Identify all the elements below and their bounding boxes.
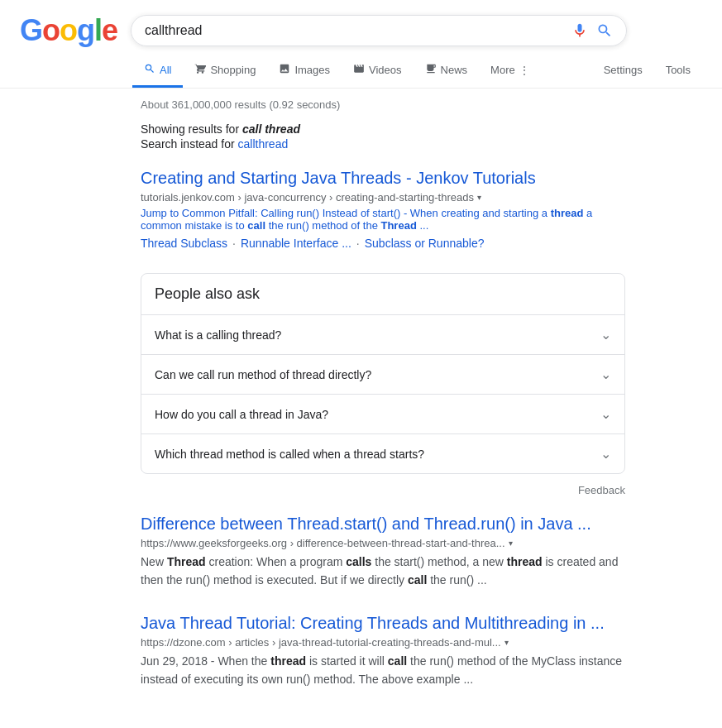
paa-chevron-3: ⌄ [600,406,611,422]
search-button[interactable] [596,22,613,39]
nav-tabs: All Shopping Images Videos News More ⋮ S… [0,55,722,89]
result-breadcrumb-1: tutorials.jenkov.com › java-concurrency … [141,191,474,204]
images-icon [279,63,290,77]
tab-more-label: More [490,64,515,76]
jump-label: Jump to [141,207,182,219]
search-bar-wrapper: callthread [131,15,627,46]
paa-title: People also ask [141,274,624,314]
paa-chevron-4: ⌄ [600,446,611,462]
tab-videos[interactable]: Videos [342,55,414,88]
search-instead: Search instead for callthread [141,137,625,151]
more-chevron-icon: ⋮ [519,65,529,76]
results-area: About 361,000,000 results (0.92 seconds)… [0,89,645,728]
tab-shopping-label: Shopping [210,64,256,76]
search-instead-text: Search instead for [141,137,238,151]
paa-question-1: What is a calling thread? [155,328,281,342]
feedback-row[interactable]: Feedback [141,484,625,496]
tab-images[interactable]: Images [267,55,342,88]
result-title-2: Difference between Thread.start() and Th… [141,513,625,534]
people-also-ask-box: People also ask What is a calling thread… [141,273,625,474]
jump-anchor[interactable]: Common Pitfall: Calling run() Instead of… [182,207,400,219]
result-snippet-2: New Thread creation: When a program call… [141,553,625,589]
showing-results: Showing results for call thread [141,122,625,136]
tab-images-label: Images [294,64,330,76]
result-item-1: Creating and Starting Java Threads - Jen… [141,167,625,250]
all-icon [144,63,155,77]
tab-news-label: News [441,64,468,76]
paa-chevron-2: ⌄ [600,366,611,382]
paa-question-2: Can we call run method of thread directl… [155,368,371,381]
tab-tools-label: Tools [666,64,691,76]
tab-tools[interactable]: Tools [654,55,702,87]
sub-link-1: Thread Subclass [141,237,227,250]
result-url-caret-1[interactable]: ▾ [477,193,481,202]
paa-item-1[interactable]: What is a calling thread? ⌄ [141,314,624,354]
header: Google callthread [0,0,722,48]
logo-letter-g2: g [77,13,94,47]
paa-question-3: How do you call a thread in Java? [155,408,328,421]
paa-chevron-1: ⌄ [600,327,611,342]
sub-link-3: Subclass or Runnable? [365,237,485,250]
sub-link-sep-1: · [232,237,236,250]
result-item-3: Java Thread Tutorial: Creating Threads a… [141,612,625,688]
result-link-1[interactable]: Creating and Starting Java Threads - Jen… [141,169,536,187]
result-breadcrumb-2: https://www.geeksforgeeks.org › differen… [141,537,505,549]
sub-link-2: Runnable Interface ... [241,237,351,250]
logo-letter-g: G [20,13,42,47]
tab-news[interactable]: News [414,55,480,88]
microphone-button[interactable] [571,22,588,39]
tab-videos-label: Videos [369,64,402,76]
news-icon [425,63,437,77]
result-url-caret-2[interactable]: ▾ [509,539,513,548]
search-input[interactable]: callthread [145,23,563,38]
logo-letter-l: l [94,13,102,47]
logo-letter-o1: o [42,13,60,47]
result-link-3[interactable]: Java Thread Tutorial: Creating Threads a… [141,614,605,632]
result-url-2: https://www.geeksforgeeks.org › differen… [141,537,625,549]
result-url-1: tutorials.jenkov.com › java-concurrency … [141,191,625,204]
jump-links-1: Jump to Common Pitfall: Calling run() In… [141,207,625,232]
tab-all-label: All [160,64,171,76]
sub-links-1: Thread Subclass · Runnable Interface ...… [141,237,625,250]
result-title-3: Java Thread Tutorial: Creating Threads a… [141,612,625,634]
tab-shopping[interactable]: Shopping [183,55,267,88]
paa-item-4[interactable]: Which thread method is called when a thr… [141,433,624,473]
logo-letter-e: e [102,13,117,47]
result-snippet-3: Jun 29, 2018 - When the thread is starte… [141,652,625,688]
search-instead-link[interactable]: callthread [238,137,289,151]
tab-settings-label: Settings [604,64,643,76]
result-title-1: Creating and Starting Java Threads - Jen… [141,167,625,189]
result-breadcrumb-3: https://dzone.com › articles › java-thre… [141,636,501,649]
result-url-3: https://dzone.com › articles › java-thre… [141,636,625,649]
result-item-2: Difference between Thread.start() and Th… [141,513,625,589]
showing-text: Showing results for [141,122,242,136]
result-url-caret-3[interactable]: ▾ [504,638,509,647]
showing-bold: call thread [242,122,300,136]
shopping-icon [194,63,206,77]
paa-item-2[interactable]: Can we call run method of thread directl… [141,354,624,394]
paa-item-3[interactable]: How do you call a thread in Java? ⌄ [141,394,624,433]
logo-letter-o2: o [60,13,77,47]
result-link-2[interactable]: Difference between Thread.start() and Th… [141,515,591,533]
sub-link-sep-2: · [356,237,360,250]
tab-all[interactable]: All [132,55,183,88]
tab-settings[interactable]: Settings [592,55,654,87]
paa-question-4: Which thread method is called when a thr… [155,448,424,461]
google-logo[interactable]: Google [20,13,117,48]
result-stats: About 361,000,000 results (0.92 seconds) [141,98,625,111]
videos-icon [353,63,365,77]
search-bar: callthread [131,15,627,46]
tab-more[interactable]: More ⋮ [479,55,541,87]
